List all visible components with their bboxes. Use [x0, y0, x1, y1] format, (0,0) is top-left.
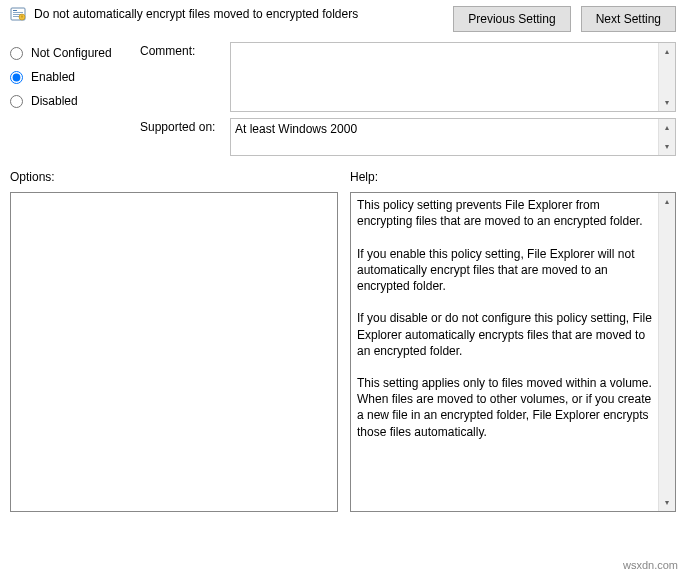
scroll-up-icon[interactable]: ▴ [659, 193, 675, 210]
scroll-down-icon[interactable]: ▾ [659, 494, 675, 511]
radio-disabled-label: Disabled [31, 94, 78, 108]
watermark: wsxdn.com [623, 559, 678, 571]
help-scrollbar[interactable]: ▴ ▾ [658, 193, 675, 511]
scroll-up-icon[interactable]: ▴ [659, 119, 675, 136]
options-label: Options: [10, 164, 338, 188]
radio-disabled[interactable]: Disabled [10, 94, 120, 108]
radio-enabled-input[interactable] [10, 71, 23, 84]
svg-rect-1 [13, 10, 17, 11]
supported-on-value: At least Windows 2000 [231, 119, 658, 155]
radio-not-configured[interactable]: Not Configured [10, 46, 120, 60]
radio-not-configured-label: Not Configured [31, 46, 112, 60]
options-panel [10, 192, 338, 512]
comment-label: Comment: [140, 42, 222, 58]
next-setting-button[interactable]: Next Setting [581, 6, 676, 32]
comment-scrollbar[interactable]: ▴ ▾ [658, 43, 675, 111]
radio-disabled-input[interactable] [10, 95, 23, 108]
scroll-down-icon[interactable]: ▾ [659, 94, 675, 111]
svg-rect-6 [22, 16, 23, 18]
svg-rect-2 [13, 12, 23, 13]
scroll-down-icon[interactable]: ▾ [659, 138, 675, 155]
help-label: Help: [350, 164, 676, 188]
radio-enabled-label: Enabled [31, 70, 75, 84]
policy-title: Do not automatically encrypt files moved… [34, 7, 358, 21]
help-text: This policy setting prevents File Explor… [351, 193, 658, 511]
scroll-up-icon[interactable]: ▴ [659, 43, 675, 60]
policy-icon [10, 6, 26, 22]
state-radio-group: Not Configured Enabled Disabled [10, 42, 120, 156]
previous-setting-button[interactable]: Previous Setting [453, 6, 570, 32]
supported-scrollbar[interactable]: ▴ ▾ [658, 119, 675, 155]
radio-not-configured-input[interactable] [10, 47, 23, 60]
radio-enabled[interactable]: Enabled [10, 70, 120, 84]
supported-on-label: Supported on: [140, 118, 222, 134]
comment-textarea[interactable] [231, 43, 658, 111]
